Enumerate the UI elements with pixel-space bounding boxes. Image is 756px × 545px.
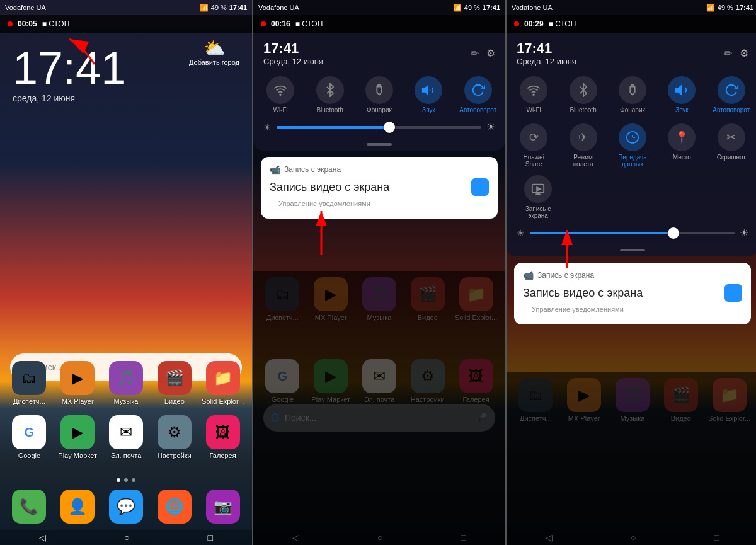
- notif-stop-btn-2[interactable]: [471, 178, 489, 196]
- qs-bt-3[interactable]: Bluetooth: [564, 76, 602, 113]
- qs-wifi-2[interactable]: Wi-Fi: [261, 76, 299, 113]
- app-gallery[interactable]: 🖼 Галерея: [201, 415, 245, 459]
- rotate-label-3: Автоповорот: [713, 106, 750, 113]
- rec-stop-2: ■ СТОП: [295, 20, 323, 28]
- dim-bottom-2: [253, 271, 505, 545]
- clock-date-1: среда, 12 июня: [13, 93, 239, 103]
- phone-panel-2: Vodafone UA 📶 49 % 17:41 00:16 ■ СТОП 17…: [253, 0, 505, 545]
- brightness-low-icon-3: ☀: [517, 228, 525, 238]
- qs-location-3[interactable]: 📍 Место: [663, 123, 701, 168]
- brightness-slider-3[interactable]: [530, 232, 735, 234]
- battery-2: 49 %: [464, 4, 480, 11]
- dot-1: [117, 478, 120, 482]
- brightness-high-icon: ☀: [486, 121, 495, 133]
- qs-settings-icon-3[interactable]: ⚙: [740, 47, 748, 59]
- airplane-label-3: Режим полета: [564, 154, 602, 168]
- app-play[interactable]: ▶ Play Маркет: [55, 415, 100, 459]
- app-email[interactable]: ✉ Эл. почта: [104, 415, 148, 459]
- qs-huawei-3[interactable]: ⟳ Huawei Share: [515, 123, 553, 168]
- app-music[interactable]: 🎵 Музыка: [104, 361, 148, 405]
- notif-header-3: 📹 Запись с экрана: [523, 270, 742, 280]
- qs-wifi-3[interactable]: Wi-Fi: [515, 76, 553, 113]
- qs-sound-2[interactable]: Звук: [410, 76, 447, 113]
- dots-row-1: [0, 478, 252, 482]
- app-dispatcher-label: Диспетч...: [13, 398, 45, 405]
- app-grid-1: 🗂 Диспетч... ▶ MX Player 🎵 Музыка 🎬 Виде…: [0, 361, 252, 469]
- notif-text-2: Запись видео с экрана: [270, 181, 389, 194]
- brightness-slider-2[interactable]: [277, 126, 481, 129]
- rec-time-2: 00:16: [271, 20, 290, 28]
- app-google-label: Google: [18, 452, 40, 459]
- qs-screenshot-3[interactable]: ✂ Скришнот: [713, 123, 750, 168]
- svg-marker-12: [537, 187, 541, 191]
- qs-edit-icon-3[interactable]: ✏: [724, 47, 732, 59]
- app-email-icon: ✉: [109, 415, 143, 449]
- rotate-label-2: Автоповорот: [459, 106, 496, 113]
- dock-browser[interactable]: 🌐: [152, 490, 197, 526]
- rec-dot-1: [8, 21, 13, 26]
- sound-label-3: Звук: [675, 106, 689, 113]
- screenrec-toggle-icon: [524, 175, 552, 203]
- app-mxplayer-label: MX Player: [62, 398, 94, 405]
- dock-phone[interactable]: 📞: [7, 490, 51, 526]
- app-dispatcher[interactable]: 🗂 Диспетч...: [7, 361, 51, 405]
- app-video[interactable]: 🎬 Видео: [152, 361, 197, 405]
- notif-manage-3[interactable]: Управление уведомлениями: [523, 302, 742, 317]
- app-mxplayer-icon: ▶: [60, 361, 94, 395]
- nav-home-1[interactable]: ○: [124, 532, 129, 542]
- app-solid[interactable]: 📁 Solid Explor...: [201, 361, 245, 405]
- brightness-fill-3: [530, 232, 673, 234]
- status-right-2: 📶 49 % 17:41: [453, 4, 500, 12]
- rec-bar-2: 00:16 ■ СТОП: [253, 15, 505, 33]
- app-settings-icon: ⚙: [158, 415, 192, 449]
- qs-time-3: 17:41: [517, 40, 576, 57]
- qs-sound-3[interactable]: Звук: [663, 76, 701, 113]
- nav-back-1[interactable]: ◁: [39, 532, 46, 542]
- brightness-row-3: ☀ ☀: [507, 224, 756, 246]
- app-google-icon: G: [12, 415, 46, 449]
- qs-airplane-3[interactable]: ✈ Режим полета: [564, 123, 602, 168]
- qs-bt-2[interactable]: Bluetooth: [311, 76, 349, 113]
- time-2: 17:41: [483, 4, 500, 11]
- qs-date-2: Среда, 12 июня: [263, 57, 323, 66]
- torch-label-2: Фонарик: [367, 106, 392, 113]
- rec-bar-3: 00:29 ■ СТОП: [507, 15, 756, 33]
- app-play-icon: ▶: [60, 415, 94, 449]
- dock-messages-icon: 💬: [109, 490, 143, 524]
- qs-rotate-2[interactable]: Автоповорот: [459, 76, 497, 113]
- qs-datetime-3: 17:41 Среда, 12 июня: [517, 40, 576, 66]
- qs-settings-icon[interactable]: ⚙: [486, 47, 495, 59]
- app-settings[interactable]: ⚙ Настройки: [152, 415, 197, 459]
- app-google[interactable]: G Google: [7, 415, 51, 459]
- notif-stop-btn-3[interactable]: [724, 284, 742, 302]
- qs-screenrec-3[interactable]: Запись с экрана: [519, 175, 557, 219]
- notif-manage-2[interactable]: Управление уведомлениями: [270, 196, 489, 211]
- qs-torch-3[interactable]: Фонарик: [614, 76, 651, 113]
- qs-torch-2[interactable]: Фонарик: [360, 76, 398, 113]
- app-solid-label: Solid Explor...: [202, 398, 244, 405]
- app-music-icon: 🎵: [109, 361, 143, 395]
- app-music-label: Музыка: [114, 398, 139, 405]
- battery-1: 49 %: [211, 4, 227, 11]
- dock-messages[interactable]: 💬: [104, 490, 148, 526]
- app-play-label: Play Маркет: [58, 452, 97, 459]
- handle-bar-3: [620, 249, 645, 251]
- quick-settings-panel-2: 17:41 Среда, 12 июня ✏ ⚙ Wi-Fi: [253, 33, 505, 225]
- app-video-label: Видео: [164, 398, 185, 405]
- rec-stop-3: ■ СТОП: [549, 20, 576, 28]
- qs-3: 17:41 Среда, 12 июня ✏ ⚙ Wi-Fi: [507, 33, 756, 256]
- bt-label-3: Bluetooth: [570, 106, 596, 113]
- nav-recents-1[interactable]: □: [208, 532, 213, 542]
- qs-edit-icon[interactable]: ✏: [471, 47, 479, 59]
- dock-contacts[interactable]: 👤: [55, 490, 100, 526]
- qs-icons-3: ✏ ⚙: [724, 47, 748, 59]
- qs-rotate-3[interactable]: Автоповорот: [713, 76, 750, 113]
- phone-panel-1: Vodafone UA 📶 49 % 17:41 00:05 ■ СТОП 17…: [0, 0, 252, 545]
- dock-camera[interactable]: 📷: [201, 490, 245, 526]
- qs-datetime-2: 17:41 Среда, 12 июня: [263, 40, 323, 66]
- dim-bottom-3: [507, 372, 756, 545]
- qs-data-3[interactable]: Передача данных: [614, 123, 651, 168]
- app-mxplayer[interactable]: ▶ MX Player: [55, 361, 100, 405]
- qs-time-2: 17:41: [263, 40, 323, 57]
- qs-date-3: Среда, 12 июня: [517, 57, 576, 66]
